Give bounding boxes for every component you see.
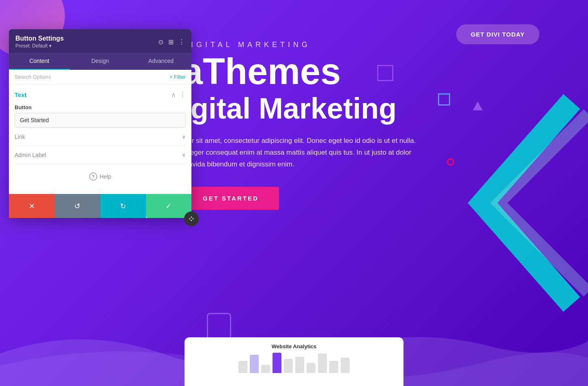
panel-header: Button Settings Preset: Default ▾ ⊙ ⊞ ⋮ [9,29,191,53]
button-field-label: Button [15,104,186,110]
analytics-bar [318,354,327,373]
analytics-bar [273,353,281,373]
analytics-title: Website Analytics [272,343,317,349]
settings-panel: Button Settings Preset: Default ▾ ⊙ ⊞ ⋮ … [9,29,191,218]
filter-button[interactable]: + Filter [170,74,186,80]
tab-content[interactable]: Content [9,53,70,70]
panel-header-icons: ⊙ ⊞ ⋮ [158,38,185,46]
admin-label-chevron-icon: ∨ [182,152,186,158]
panel-body: Text ∧ ⋮ Button Link ∨ Admin Label ∨ ? H… [9,84,191,194]
search-placeholder: Search Options [15,74,51,80]
help-circle-icon: ? [89,173,97,181]
link-chevron-icon: ∨ [182,134,186,140]
columns-icon[interactable]: ⊞ [168,38,174,46]
tab-advanced[interactable]: Advanced [131,53,191,70]
drag-handle[interactable] [184,211,199,226]
panel-title: Button Settings [15,35,64,42]
section-title-text: Text [15,91,27,98]
button-field: Button [15,104,186,127]
link-label: Link [15,134,25,140]
panel-tabs: Content Design Advanced [9,53,191,70]
analytics-bar [238,361,247,373]
help-label: Help [100,173,112,180]
analytics-bar [284,359,293,373]
analytics-bar [261,365,270,373]
hero-title-line1: aThemes [182,53,568,90]
section-icons: ∧ ⋮ [171,91,186,99]
hero-section: DIGITAL MARKETING aThemes igital Marketi… [182,41,568,210]
link-row[interactable]: Link ∨ [15,127,186,146]
analytics-bar [295,357,304,373]
more-icon[interactable]: ⋮ [178,38,185,46]
help-button[interactable]: ? Help [89,173,112,181]
hero-description: olor sit amet, consectetur adipiscing el… [182,135,434,170]
analytics-card: Website Analytics [185,337,403,386]
hero-title-line2: igital Marketing [182,94,568,123]
get-divi-button[interactable]: GET DIVI TODAY [456,24,539,44]
section-more-icon[interactable]: ⋮ [179,91,186,99]
analytics-bar [341,358,350,373]
target-icon[interactable]: ⊙ [158,38,163,46]
admin-label-text: Admin Label [15,152,46,158]
text-section-header: Text ∧ ⋮ [15,91,186,99]
panel-search: Search Options + Filter [9,70,191,84]
analytics-bar [329,361,338,373]
analytics-bars [238,353,350,373]
cancel-button[interactable]: ✕ [9,194,55,218]
analytics-bar [250,355,259,373]
button-text-input[interactable] [15,113,186,127]
save-button[interactable]: ✓ [146,194,192,218]
tab-design[interactable]: Design [70,53,131,70]
undo-button[interactable]: ↺ [55,194,101,218]
redo-button[interactable]: ↻ [100,194,146,218]
analytics-bar [307,363,315,373]
admin-label-row[interactable]: Admin Label ∨ [15,146,186,164]
panel-toolbar: ✕ ↺ ↻ ✓ [9,194,191,218]
get-started-button[interactable]: GET STARTED [182,187,279,210]
panel-preset[interactable]: Preset: Default ▾ [15,43,64,49]
panel-help: ? Help [15,164,186,187]
collapse-icon[interactable]: ∧ [171,91,176,99]
panel-header-left: Button Settings Preset: Default ▾ [15,35,64,49]
